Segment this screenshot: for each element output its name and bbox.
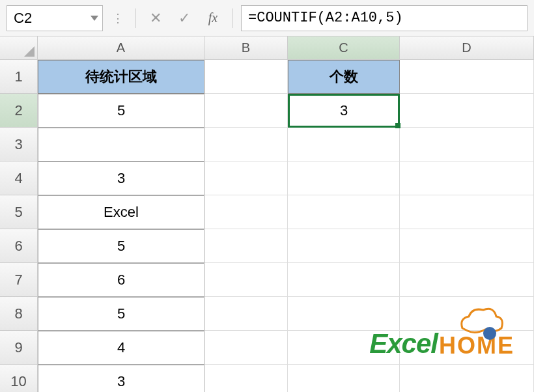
spreadsheet-grid: A B C D 1 待统计区域 个数 2 5 3 3 4 3 [0,36,534,392]
cell-D8[interactable] [400,297,534,331]
row-header-6[interactable]: 6 [0,229,38,263]
row-8: 8 5 [0,297,534,331]
row-5: 5 Excel [0,195,534,229]
row-header-8[interactable]: 8 [0,297,38,331]
row-1: 1 待统计区域 个数 [0,60,534,94]
cancel-icon[interactable]: ✕ [144,7,167,30]
column-header-D[interactable]: D [400,36,534,60]
cell-B10[interactable] [204,365,288,392]
cell-C4[interactable] [288,161,400,195]
row-header-3[interactable]: 3 [0,128,38,161]
row-header-5[interactable]: 5 [0,195,38,229]
enter-icon[interactable]: ✓ [173,7,196,30]
row-4: 4 3 [0,161,534,195]
cell-A9[interactable]: 4 [38,331,204,365]
cell-D10[interactable] [400,365,534,392]
cell-D9[interactable] [400,331,534,365]
cell-B5[interactable] [204,195,288,229]
select-all-corner[interactable] [0,36,38,60]
column-headers: A B C D [0,36,534,60]
name-box[interactable]: C2 [7,5,103,31]
row-header-10[interactable]: 10 [0,365,38,392]
row-2: 2 5 3 [0,94,534,128]
cell-B9[interactable] [204,331,288,365]
cell-A5[interactable]: Excel [38,195,204,229]
column-header-A[interactable]: A [38,36,204,60]
name-box-value: C2 [14,10,32,27]
row-header-2[interactable]: 2 [0,94,38,128]
row-7: 7 6 [0,263,534,297]
cell-C9[interactable] [288,331,400,365]
grid-rows: 1 待统计区域 个数 2 5 3 3 4 3 5 [0,60,534,392]
cell-C8[interactable] [288,297,400,331]
formula-input[interactable]: =COUNTIF(A2:A10,5) [241,5,527,31]
formula-bar: C2 ⋮ ✕ ✓ fx =COUNTIF(A2:A10,5) [0,0,534,36]
cell-A6[interactable]: 5 [38,229,204,263]
cell-B4[interactable] [204,161,288,195]
cell-D4[interactable] [400,161,534,195]
cell-C3[interactable] [288,128,400,161]
expand-dots-icon[interactable]: ⋮ [108,11,128,25]
row-header-7[interactable]: 7 [0,263,38,297]
cell-C2[interactable]: 3 [288,94,400,128]
cell-B7[interactable] [204,263,288,297]
row-6: 6 5 [0,229,534,263]
row-header-1[interactable]: 1 [0,60,38,94]
cell-B1[interactable] [204,60,288,94]
cell-D7[interactable] [400,263,534,297]
cell-D2[interactable] [400,94,534,128]
column-header-C[interactable]: C [288,36,400,60]
cell-A1[interactable]: 待统计区域 [38,60,204,94]
cell-D5[interactable] [400,195,534,229]
cell-B8[interactable] [204,297,288,331]
row-3: 3 [0,128,534,161]
cell-A7[interactable]: 6 [38,263,204,297]
dropdown-icon[interactable] [91,16,98,21]
cell-D1[interactable] [400,60,534,94]
divider [135,8,136,28]
row-header-9[interactable]: 9 [0,331,38,365]
cell-B3[interactable] [204,128,288,161]
cell-C6[interactable] [288,229,400,263]
formula-value: =COUNTIF(A2:A10,5) [248,10,403,26]
cell-A2[interactable]: 5 [38,94,204,128]
cell-B2[interactable] [204,94,288,128]
row-9: 9 4 [0,331,534,365]
cell-C7[interactable] [288,263,400,297]
cell-A3[interactable] [38,128,204,161]
cell-D6[interactable] [400,229,534,263]
cell-B6[interactable] [204,229,288,263]
cell-C1[interactable]: 个数 [288,60,400,94]
cell-A8[interactable]: 5 [38,297,204,331]
cell-D3[interactable] [400,128,534,161]
row-header-4[interactable]: 4 [0,161,38,195]
cell-A4[interactable]: 3 [38,161,204,195]
cell-C10[interactable] [288,365,400,392]
row-10: 10 3 [0,365,534,392]
fx-icon[interactable]: fx [201,7,225,30]
column-header-B[interactable]: B [204,36,288,60]
divider [232,8,233,28]
cell-C5[interactable] [288,195,400,229]
cell-A10[interactable]: 3 [38,365,204,392]
